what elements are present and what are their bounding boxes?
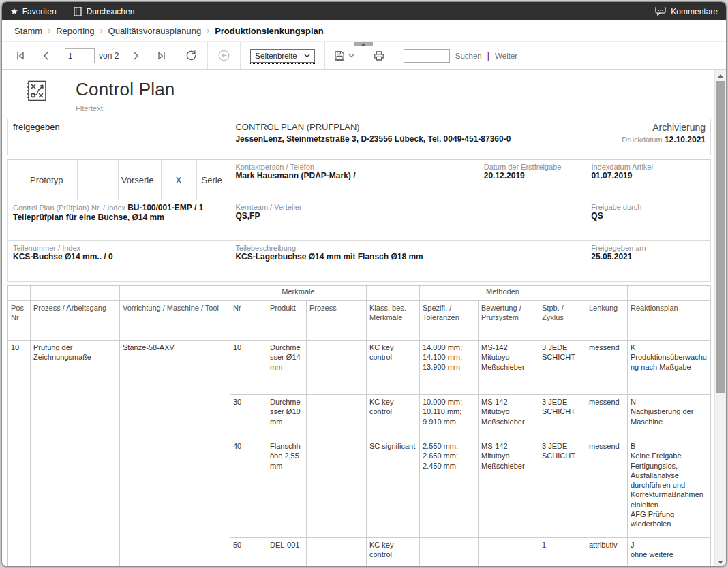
table-cell-bewertung: MS-142 Mitutoyo Meßschieber: [479, 395, 539, 439]
table-cell-lenkung: messend: [586, 341, 628, 395]
breadcrumb-item-produktionslenkungsplan[interactable]: Produktionslenkungsplan: [213, 26, 325, 36]
control-plan-icon: [25, 79, 48, 103]
favorites-label: Favoriten: [22, 7, 57, 16]
table-cell-lenkung: messend: [586, 439, 628, 538]
group-header-methoden: Methoden: [420, 286, 586, 301]
report-toolbar: von 2 Seitenbreite: [2, 42, 726, 70]
table-cell-produkt: Durchmesser Ø14 mm: [267, 341, 307, 395]
column-header-bewertung: Bewertung / Prüfsystem: [479, 301, 539, 341]
next-page-button[interactable]: [123, 42, 149, 69]
report-title-block: Control Plan Fltertext:: [76, 79, 175, 112]
comments-button[interactable]: Kommentare: [647, 2, 726, 20]
contact-value: Mark Hausmann (PDAP-Mark) /: [235, 171, 473, 180]
back-to-parent-button[interactable]: [208, 42, 240, 69]
phase-prototyp: Prototyp: [25, 160, 78, 200]
group-header-empty: [367, 286, 420, 301]
info-row-phase: Prototyp Vorserie X Serie Kontaktperson …: [7, 159, 711, 200]
search-input[interactable]: [404, 49, 450, 63]
filter-text-label: Fltertext:: [76, 104, 175, 112]
contact-label: Kontaktperson / Telefon: [235, 163, 473, 171]
part-number-label: Teilenummer / Index: [13, 244, 225, 252]
print-date-label: Druckdatum: [622, 136, 662, 144]
scrollbar-thumb[interactable]: [716, 81, 725, 393]
comments-icon: [655, 6, 667, 16]
browse-button[interactable]: Durchsuchen: [65, 2, 143, 20]
toolbar-separator: [526, 42, 526, 69]
table-cell-reaktionsplan: B Keine Freigabe Fertigungslos, Ausfalla…: [628, 439, 711, 538]
scrollbar-track[interactable]: [715, 81, 726, 556]
column-header-prozess: Prozess: [307, 301, 367, 341]
table-cell-bewertung: MS-142 Mitutoyo Meßschieber: [479, 341, 539, 395]
export-button[interactable]: [325, 50, 363, 62]
table-cell-reaktionsplan: J ohne weitere: [628, 538, 711, 567]
breadcrumb-item-qualitaetsvorausplanung[interactable]: Qualitätsvorausplanung: [107, 26, 203, 36]
archive-label: Archivierung: [591, 122, 706, 133]
part-description-cell: Teilebeschreibung KCS-Lagerbuchse Ø14 mm…: [230, 241, 586, 281]
column-header-spezifikation: Spezifi. / Toleranzen: [420, 301, 479, 341]
phase-empty-cell: [8, 160, 25, 200]
last-page-button[interactable]: [149, 42, 175, 69]
group-header-empty: [628, 286, 711, 301]
first-page-icon: [14, 50, 27, 62]
table-cell-klass: KC key control: [367, 395, 420, 439]
first-release-date-cell: Datum der Erstfreigabe 20.12.2019: [479, 160, 587, 200]
control-plan-table: Merkmale Methoden Pos Nr Prozess / Arbei…: [7, 285, 711, 567]
group-header-empty: [120, 286, 230, 301]
previous-page-button[interactable]: [33, 42, 59, 69]
table-cell-prozess: [307, 538, 367, 567]
table-cell-bewertung: MS-142 Mitutoyo Meßschieber: [479, 439, 539, 538]
part-number-value: KCS-Buchse Ø14 mm.. / 0: [13, 252, 225, 262]
scroll-down-arrow[interactable]: [715, 556, 726, 567]
info-row-plan-nr: Control Plan (Prüfplan) Nr. / Index BU-1…: [7, 200, 711, 241]
breadcrumb: Stamm › Reporting › Qualitätsvorausplanu…: [2, 20, 726, 42]
column-header-produkt: Produkt: [267, 301, 307, 341]
table-cell-nr: 50: [230, 538, 267, 567]
column-header-reaktionsplan: Reaktionsplan: [628, 301, 711, 341]
table-cell-spezifikation: [420, 538, 479, 567]
previous-page-icon: [40, 50, 52, 62]
refresh-button[interactable]: [175, 42, 207, 69]
group-header-empty: [586, 286, 628, 301]
plan-number-label: Control Plan (Prüfplan) Nr. / Index: [13, 204, 127, 212]
scroll-up-arrow[interactable]: [715, 70, 726, 81]
breadcrumb-item-reporting[interactable]: Reporting: [55, 26, 95, 36]
info-row-title: freigegeben CONTROL PLAN (PRÜFPLAN) Jess…: [7, 119, 711, 155]
zoom-select-value: Seitenbreite: [255, 52, 297, 60]
plan-number-cell: Control Plan (Prüfplan) Nr. / Index BU-1…: [8, 200, 230, 240]
first-page-button[interactable]: [7, 42, 33, 69]
search-button[interactable]: Suchen: [455, 52, 482, 60]
first-release-date-value: 20.12.2019: [484, 171, 581, 180]
page-count-label: von 2: [99, 51, 119, 61]
favorites-button[interactable]: ★ Favoriten: [2, 2, 65, 20]
part-description-label: Teilebeschreibung: [235, 244, 581, 252]
released-on-label: Freigegeben am: [591, 244, 706, 252]
cell-prozess-arbeitsgang: Prüfung der Zeichnungsmaße: [31, 341, 120, 567]
column-header-prozess-arbeitsgang: Prozess / Arbeitsgang: [31, 301, 120, 341]
part-number-cell: Teilenummer / Index KCS-Buchse Ø14 mm.. …: [8, 241, 230, 281]
group-header-empty: [31, 286, 120, 301]
core-team-cell: Kernteam / Verteiler QS,FP: [230, 200, 586, 240]
status-field: freigegeben: [8, 119, 230, 155]
page-number-input[interactable]: [65, 48, 95, 63]
company-address: JessenLenz, Steinmetzstraße 3, D-23556 L…: [235, 134, 581, 144]
table-cell-spezifikation: 14.000 mm; 14.100 mm; 13.900 mm: [420, 341, 479, 395]
page-title: Control Plan: [76, 79, 175, 100]
parameter-collapse-handle[interactable]: [354, 42, 373, 46]
save-icon: [333, 50, 346, 62]
breadcrumb-separator: ›: [96, 26, 107, 35]
plan-number-value: BU-100/001-EMP / 1: [127, 203, 203, 212]
breadcrumb-item-stamm[interactable]: Stamm: [13, 26, 44, 36]
refresh-icon: [185, 49, 198, 62]
star-icon: ★: [10, 7, 18, 16]
browse-icon: [73, 6, 82, 17]
first-release-date-label: Datum der Erstfreigabe: [484, 163, 581, 171]
table-cell-produkt: DEL-001: [267, 538, 307, 567]
archive-cell: Archivierung Druckdatum 12.10.2021: [586, 119, 710, 155]
search-next-button[interactable]: Weiter: [495, 52, 517, 60]
table-cell-stpb: 3 JEDE SCHICHT: [539, 439, 586, 538]
zoom-select[interactable]: Seitenbreite: [250, 49, 314, 63]
index-date-label: Indexdatum Artikel: [591, 163, 706, 171]
vertical-scrollbar[interactable]: [714, 70, 726, 567]
table-cell-stpb: 3 JEDE SCHICHT: [539, 395, 586, 439]
next-page-icon: [130, 50, 142, 62]
